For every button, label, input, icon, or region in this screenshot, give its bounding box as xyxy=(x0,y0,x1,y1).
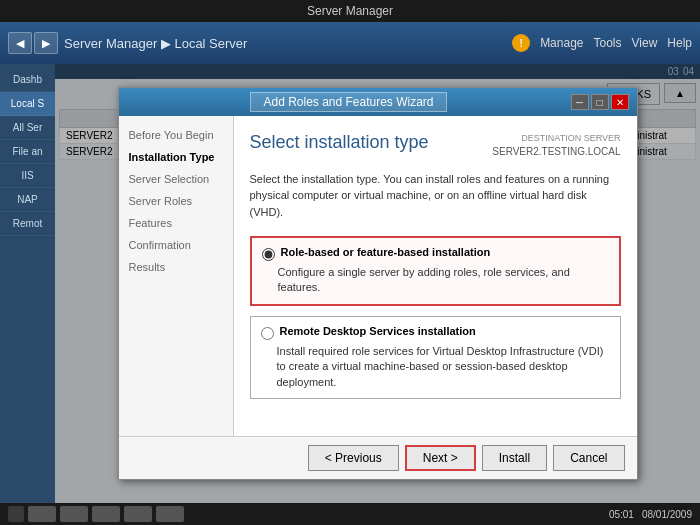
sidebar-item-dashboard[interactable]: Dashb xyxy=(0,68,55,92)
remote-desktop-label: Remote Desktop Services installation xyxy=(280,325,476,337)
wizard-nav-features[interactable]: Features xyxy=(119,212,233,234)
dialog-overlay: Add Roles and Features Wizard ─ □ ✕ Befo… xyxy=(55,64,700,503)
header-right: ! Manage Tools View Help xyxy=(512,34,692,52)
taskbar-right: 05:01 08/01/2009 xyxy=(609,509,692,520)
destination-value: SERVER2.TESTING.LOCAL xyxy=(492,145,620,159)
title-bar: Server Manager xyxy=(0,0,700,22)
role-based-radio[interactable] xyxy=(262,248,275,261)
server-manager-header: ◀ ▶ Server Manager ▶ Local Server ! Mana… xyxy=(0,22,700,64)
nav-buttons: ◀ ▶ xyxy=(8,32,58,54)
taskbar-app-5[interactable] xyxy=(156,506,184,522)
start-button[interactable] xyxy=(8,506,24,522)
wizard-nav-server-roles[interactable]: Server Roles xyxy=(119,190,233,212)
manage-menu[interactable]: Manage xyxy=(540,36,583,50)
restore-button[interactable]: □ xyxy=(591,94,609,110)
sidebar: Dashb Local S All Ser File an IIS NAP Re… xyxy=(0,64,55,503)
help-menu[interactable]: Help xyxy=(667,36,692,50)
taskbar-app-1[interactable] xyxy=(28,506,56,522)
destination-label: DESTINATION SERVER xyxy=(492,132,620,145)
sidebar-item-local-server[interactable]: Local S xyxy=(0,92,55,116)
dialog-title: Add Roles and Features Wizard xyxy=(250,92,446,112)
remote-desktop-option[interactable]: Remote Desktop Services installation Ins… xyxy=(250,316,621,399)
taskbar-left xyxy=(8,506,184,522)
sidebar-item-nap[interactable]: NAP xyxy=(0,188,55,212)
close-button[interactable]: ✕ xyxy=(611,94,629,110)
wizard-content: Select installation type DESTINATION SER… xyxy=(234,116,637,436)
breadcrumb: Server Manager ▶ Local Server xyxy=(64,36,506,51)
warning-icon[interactable]: ! xyxy=(512,34,530,52)
dialog-body: Before You Begin Installation Type Serve… xyxy=(119,116,637,436)
back-button[interactable]: ◀ xyxy=(8,32,32,54)
wizard-nav-results[interactable]: Results xyxy=(119,256,233,278)
sidebar-item-all-servers[interactable]: All Ser xyxy=(0,116,55,140)
main-area: Dashb Local S All Ser File an IIS NAP Re… xyxy=(0,64,700,503)
wizard-nav-installation-type[interactable]: Installation Type xyxy=(119,146,233,168)
role-based-label: Role-based or feature-based installation xyxy=(281,246,491,258)
taskbar-app-2[interactable] xyxy=(60,506,88,522)
wizard-description: Select the installation type. You can in… xyxy=(250,171,621,221)
wizard-nav-server-selection[interactable]: Server Selection xyxy=(119,168,233,190)
minimize-button[interactable]: ─ xyxy=(571,94,589,110)
sidebar-item-remote[interactable]: Remot xyxy=(0,212,55,236)
sidebar-item-file[interactable]: File an xyxy=(0,140,55,164)
taskbar-app-3[interactable] xyxy=(92,506,120,522)
next-button[interactable]: Next > xyxy=(405,445,476,471)
taskbar: 05:01 08/01/2009 xyxy=(0,503,700,525)
sidebar-item-iis[interactable]: IIS xyxy=(0,164,55,188)
wizard-nav-confirmation[interactable]: Confirmation xyxy=(119,234,233,256)
remote-desktop-radio[interactable] xyxy=(261,327,274,340)
taskbar-date: 08/01/2009 xyxy=(642,509,692,520)
tools-menu[interactable]: Tools xyxy=(594,36,622,50)
wizard-header: Select installation type DESTINATION SER… xyxy=(250,132,621,159)
forward-button[interactable]: ▶ xyxy=(34,32,58,54)
dialog-footer: < Previous Next > Install Cancel xyxy=(119,436,637,479)
taskbar-time: 05:01 xyxy=(609,509,634,520)
destination-server-info: DESTINATION SERVER SERVER2.TESTING.LOCAL xyxy=(492,132,620,159)
previous-button[interactable]: < Previous xyxy=(308,445,399,471)
view-menu[interactable]: View xyxy=(632,36,658,50)
remote-desktop-desc: Install required role services for Virtu… xyxy=(277,344,610,390)
taskbar-app-4[interactable] xyxy=(124,506,152,522)
role-based-desc: Configure a single server by adding role… xyxy=(278,265,609,296)
dialog-titlebar: Add Roles and Features Wizard ─ □ ✕ xyxy=(119,88,637,116)
role-based-option[interactable]: Role-based or feature-based installation… xyxy=(250,236,621,306)
window-controls: ─ □ ✕ xyxy=(571,94,629,110)
content-area: 03 04 TASKS ▲ Name Type Path xyxy=(55,64,700,503)
wizard-nav-before-begin[interactable]: Before You Begin xyxy=(119,124,233,146)
window-title: Server Manager xyxy=(307,4,393,18)
add-roles-dialog: Add Roles and Features Wizard ─ □ ✕ Befo… xyxy=(118,87,638,480)
wizard-title: Select installation type xyxy=(250,132,429,153)
cancel-button[interactable]: Cancel xyxy=(553,445,624,471)
wizard-nav: Before You Begin Installation Type Serve… xyxy=(119,116,234,436)
install-button[interactable]: Install xyxy=(482,445,547,471)
